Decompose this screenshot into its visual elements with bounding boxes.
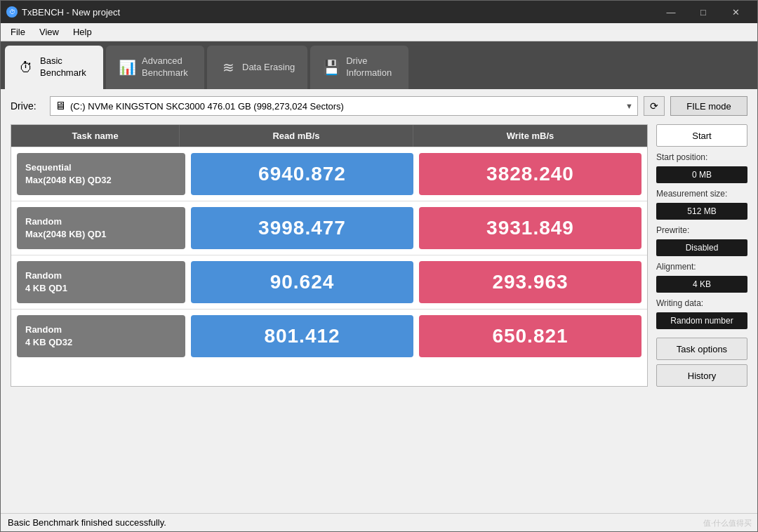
read-value-random-4kb-qd32: 801.412 (191, 315, 413, 357)
read-value-random-4kb-qd1: 90.624 (191, 261, 413, 303)
history-button[interactable]: History (656, 364, 747, 387)
main-content: Drive: 🖥 (C:) NVMe KINGSTON SKC3000 476.… (1, 89, 757, 531)
table-header: Task name Read mB/s Write mB/s (11, 125, 647, 147)
drive-information-icon: 💾 (323, 59, 340, 76)
drive-select-icon: 🖥 (55, 100, 66, 112)
tab-data-erasing-label: Data Erasing (242, 62, 295, 74)
app-icon: ⏱ (6, 6, 18, 18)
benchmark-table: Task name Read mB/s Write mB/s Sequentia… (11, 124, 648, 387)
minimize-button[interactable]: — (655, 1, 687, 23)
read-value-sequential-qd32: 6940.872 (191, 153, 413, 195)
drive-row: Drive: 🖥 (C:) NVMe KINGSTON SKC3000 476.… (11, 96, 747, 116)
col-write: Write mB/s (413, 125, 647, 147)
task-options-button[interactable]: Task options (656, 338, 747, 360)
table-row: Random 4 KB QD1 90.624 293.963 (11, 255, 647, 309)
measurement-size-value: 512 MB (656, 203, 747, 220)
file-mode-button[interactable]: FILE mode (670, 96, 747, 116)
start-position-label: Start position: (656, 152, 747, 162)
statusbar: Basic Benchmark finished successfully. (1, 513, 757, 531)
data-erasing-icon: ≋ (220, 59, 237, 76)
prewrite-value: Disabled (656, 239, 747, 256)
drive-label: Drive: (11, 100, 44, 112)
status-text: Basic Benchmark finished successfully. (8, 517, 166, 528)
right-panel: Start Start position: 0 MB Measurement s… (656, 124, 747, 387)
task-name-random-4kb-qd1: Random 4 KB QD1 (17, 261, 185, 303)
read-value-random-qd1-2048: 3998.477 (191, 207, 413, 249)
menu-file[interactable]: File (4, 25, 32, 39)
menu-view[interactable]: View (32, 25, 66, 39)
alignment-value: 4 KB (656, 276, 747, 293)
task-name-sequential-qd32: Sequential Max(2048 KB) QD32 (17, 153, 185, 195)
close-button[interactable]: ✕ (719, 1, 752, 23)
task-name-random-4kb-qd32: Random 4 KB QD32 (17, 315, 185, 357)
tab-advanced-benchmark[interactable]: 📊 AdvancedBenchmark (106, 46, 204, 89)
table-row: Sequential Max(2048 KB) QD32 6940.872 38… (11, 147, 647, 201)
tab-drive-information[interactable]: 💾 DriveInformation (310, 46, 408, 89)
col-read: Read mB/s (180, 125, 413, 147)
write-value-sequential-qd32: 3828.240 (419, 153, 641, 195)
titlebar: ⏱ TxBENCH - New project — □ ✕ (1, 1, 757, 23)
col-task-name: Task name (11, 125, 180, 147)
write-value-random-4kb-qd32: 650.821 (419, 315, 641, 357)
content-area: Task name Read mB/s Write mB/s Sequentia… (11, 124, 747, 387)
advanced-benchmark-icon: 📊 (119, 59, 136, 76)
tab-drive-information-label: DriveInformation (346, 55, 392, 79)
menu-help[interactable]: Help (66, 25, 99, 39)
write-value-random-qd1-2048: 3931.849 (419, 207, 641, 249)
tabbar: ⏱ BasicBenchmark 📊 AdvancedBenchmark ≋ D… (1, 41, 757, 89)
maximize-button[interactable]: □ (687, 1, 719, 23)
tab-advanced-benchmark-label: AdvancedBenchmark (142, 55, 188, 79)
tab-data-erasing[interactable]: ≋ Data Erasing (207, 46, 307, 89)
drive-refresh-button[interactable]: ⟳ (644, 96, 665, 116)
watermark: 值·什么值得买 (703, 518, 752, 528)
titlebar-left: ⏱ TxBENCH - New project (6, 6, 120, 18)
menubar: File View Help (1, 23, 757, 41)
drive-select-value: (C:) NVMe KINGSTON SKC3000 476.01 GB (99… (70, 101, 625, 112)
measurement-size-label: Measurement size: (656, 189, 747, 199)
writing-data-value: Random number (656, 312, 747, 329)
start-position-value: 0 MB (656, 166, 747, 183)
tab-basic-benchmark-label: BasicBenchmark (40, 55, 86, 79)
drive-dropdown-arrow: ▼ (625, 102, 633, 110)
task-name-random-qd1-2048: Random Max(2048 KB) QD1 (17, 207, 185, 249)
writing-data-label: Writing data: (656, 298, 747, 308)
drive-select[interactable]: 🖥 (C:) NVMe KINGSTON SKC3000 476.01 GB (… (50, 96, 638, 116)
prewrite-label: Prewrite: (656, 225, 747, 235)
start-button[interactable]: Start (656, 124, 747, 147)
tab-basic-benchmark[interactable]: ⏱ BasicBenchmark (5, 46, 103, 89)
table-row: Random Max(2048 KB) QD1 3998.477 3931.84… (11, 201, 647, 255)
basic-benchmark-icon: ⏱ (18, 60, 34, 76)
table-row: Random 4 KB QD32 801.412 650.821 (11, 309, 647, 363)
titlebar-title: TxBENCH - New project (22, 7, 120, 18)
titlebar-controls: — □ ✕ (655, 1, 752, 23)
write-value-random-4kb-qd1: 293.963 (419, 261, 641, 303)
app-window: ⏱ TxBENCH - New project — □ ✕ File View … (0, 0, 758, 532)
alignment-label: Alignment: (656, 262, 747, 272)
